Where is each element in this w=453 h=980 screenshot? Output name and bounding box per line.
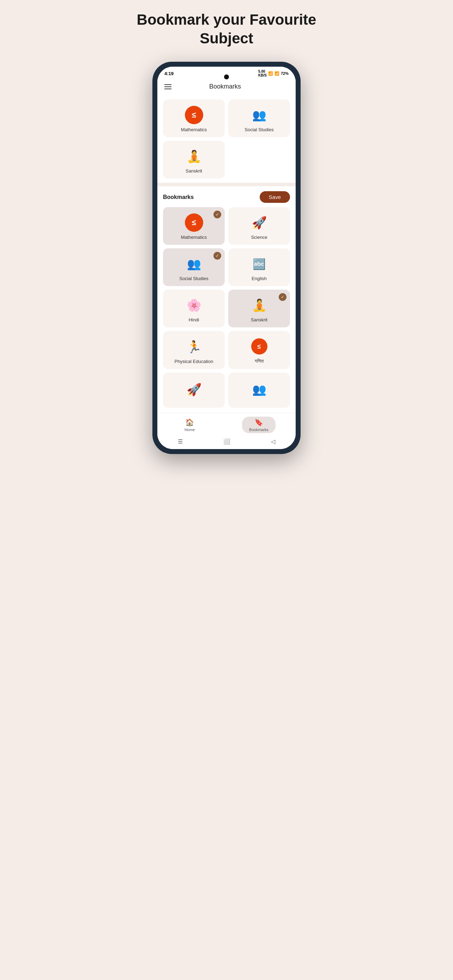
edit-science2-icon: 🚀 [185, 380, 203, 399]
edit-social-label: Social Studies [179, 276, 208, 281]
edit-ganit-label: गणित [255, 358, 264, 364]
edit-card-science2[interactable]: 🚀 [163, 372, 225, 408]
android-nav: ☰ ⬜ ◁ [157, 435, 296, 449]
edit-title: Bookmarks [163, 194, 194, 200]
edit-card-science[interactable]: 🚀 Science [228, 207, 290, 245]
phone-inner: 4:19 5.00KB/S 📶 📶 72% Bookmarks [157, 67, 296, 449]
status-time: 4:19 [164, 71, 173, 76]
sanskrit-icon: 🧘 [185, 147, 203, 165]
home-icon: 🏠 [185, 418, 194, 426]
edit-card-sanskrit[interactable]: ✓ 🧘 Sanskrit [228, 290, 290, 328]
edit-header: Bookmarks Save [163, 191, 290, 203]
math-label: Mathematics [181, 127, 207, 132]
edit-social-icon: 👥 [185, 255, 203, 273]
home-label: Home [184, 428, 195, 432]
subject-card-sanskrit[interactable]: 🧘 Sanskrit [163, 141, 225, 178]
edit-math-icon: ≤ [185, 213, 203, 232]
nav-item-home[interactable]: 🏠 Home [178, 417, 202, 433]
sanskrit-label: Sanskrit [186, 168, 202, 173]
wifi-icon: 📶 [268, 71, 273, 76]
save-button[interactable]: Save [260, 191, 290, 203]
edit-bookmarks-section: Bookmarks Save ✓ ≤ Mathematics [157, 186, 296, 413]
edit-english-label: English [251, 276, 267, 281]
bookmarked-section: ≤ Mathematics 👥 Social Studies 🧘 [157, 95, 296, 183]
android-menu-icon[interactable]: ☰ [178, 438, 183, 445]
edit-social3-icon: 👥 [250, 380, 269, 399]
edit-card-social3[interactable]: 👥 [228, 372, 290, 408]
app-title: Bookmarks [172, 83, 279, 90]
math-icon: ≤ [185, 106, 203, 124]
check-badge-sanskrit: ✓ [279, 293, 286, 301]
social-label: Social Studies [245, 127, 273, 132]
signal-icon: 📶 [275, 71, 280, 76]
bottom-nav: 🏠 Home 🔖 Bookmarks [157, 413, 296, 435]
edit-grid: ✓ ≤ Mathematics 🚀 Science [163, 207, 290, 369]
math-circle: ≤ [185, 106, 203, 124]
android-home-icon[interactable]: ⬜ [223, 438, 230, 445]
edit-ganit-icon: ≤ [250, 337, 269, 356]
subject-card-math[interactable]: ≤ Mathematics [163, 99, 225, 137]
page-wrapper: Bookmark your Favourite Subject 4:19 5.0… [113, 11, 340, 454]
check-badge-social: ✓ [213, 252, 221, 259]
edit-card-english[interactable]: 🔤 English [228, 248, 290, 286]
edit-sanskrit-label: Sanskrit [251, 317, 267, 323]
edit-sanskrit-icon: 🧘 [250, 296, 269, 314]
bookmarked-grid: ≤ Mathematics 👥 Social Studies 🧘 [163, 99, 290, 178]
check-badge-math: ✓ [213, 211, 221, 218]
bookmarks-nav-label: Bookmarks [249, 428, 269, 432]
battery-text: 72% [281, 71, 289, 75]
nav-item-bookmarks[interactable]: 🔖 Bookmarks [242, 417, 275, 433]
status-right: 5.00KB/S 📶 📶 72% [258, 70, 289, 77]
app-header: Bookmarks [157, 80, 296, 95]
edit-hindi-icon: 🌸 [185, 296, 203, 314]
edit-science-label: Science [251, 235, 267, 240]
speed-indicator: 5.00KB/S [258, 70, 267, 77]
edit-card-pe[interactable]: 🏃 Physical Education [163, 331, 225, 369]
edit-english-icon: 🔤 [250, 255, 269, 273]
edit-card-social[interactable]: ✓ 👥 Social Studies [163, 248, 225, 286]
edit-card-hindi[interactable]: 🌸 Hindi [163, 290, 225, 328]
edit-card-ganit[interactable]: ≤ गणित [228, 331, 290, 369]
edit-science-icon: 🚀 [250, 213, 269, 232]
edit-hindi-label: Hindi [189, 317, 199, 323]
edit-math-label: Mathematics [181, 235, 207, 240]
hamburger-menu[interactable] [164, 84, 172, 89]
section-divider [157, 183, 296, 186]
social-icon: 👥 [250, 106, 269, 124]
android-back-icon[interactable]: ◁ [271, 438, 275, 445]
edit-card-math[interactable]: ✓ ≤ Mathematics [163, 207, 225, 245]
subject-card-social[interactable]: 👥 Social Studies [228, 99, 290, 137]
phone-frame: 4:19 5.00KB/S 📶 📶 72% Bookmarks [153, 62, 300, 454]
edit-grid-bottom: 🚀 👥 [163, 372, 290, 408]
edit-math-circle: ≤ [185, 213, 203, 232]
camera-notch [224, 75, 229, 80]
bookmarks-icon: 🔖 [254, 418, 263, 426]
ganit-circle: ≤ [251, 338, 267, 355]
edit-pe-label: Physical Education [175, 359, 213, 364]
edit-pe-icon: 🏃 [185, 337, 203, 356]
hero-title: Bookmark your Favourite Subject [113, 11, 340, 48]
phone-screen: 4:19 5.00KB/S 📶 📶 72% Bookmarks [157, 67, 296, 449]
